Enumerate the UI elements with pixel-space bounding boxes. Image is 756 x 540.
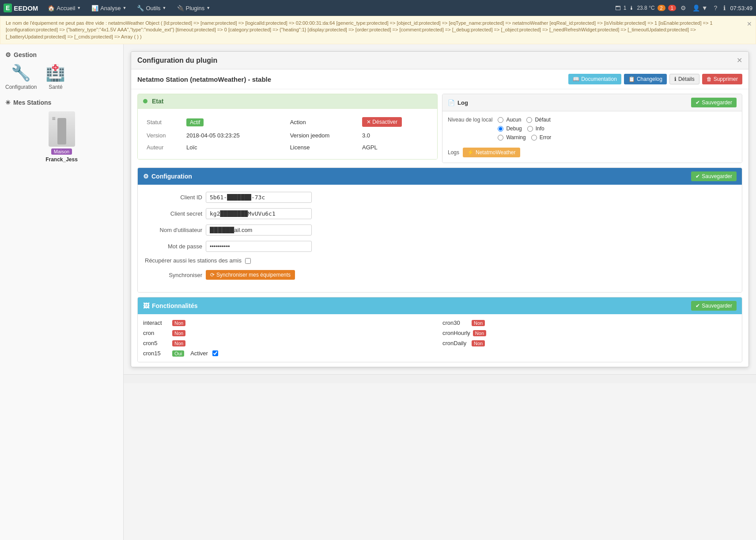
outils-icon: 🔧 — [137, 5, 144, 11]
analyse-icon: 📊 — [91, 5, 98, 11]
trash-icon: 🗑 — [707, 76, 712, 82]
client-id-input[interactable] — [206, 192, 312, 203]
nav-plugins[interactable]: 🔌 Plugins ▼ — [173, 3, 215, 13]
etat-body: Statut Actif Action ✕ Désactiver Version… — [138, 109, 437, 159]
radio-info[interactable]: Info — [527, 125, 544, 132]
version-jeedom-label: Version jeedom — [287, 130, 359, 141]
fonc-save-button[interactable]: ✔ Sauvegarder — [691, 301, 737, 311]
cron-badge: Non — [172, 330, 185, 336]
niveau-label: Niveau de log local — [448, 117, 492, 123]
config-title: Configuration — [151, 173, 192, 180]
sidebar-item-sante[interactable]: 🏥 Santé — [45, 64, 65, 90]
radio-warning[interactable]: Warning — [498, 134, 525, 141]
user-icon[interactable]: 👤 ▼ — [691, 4, 710, 12]
plugin-subtitle-text: Netatmo Station (netatmoWeather) - stabl… — [137, 76, 271, 83]
gestion-title: ⚙ Gestion — [5, 51, 118, 58]
badge-red[interactable]: 1 — [668, 5, 676, 11]
sync-btn-label: Synchroniser mes équipements — [216, 272, 291, 278]
health-icon: 🏥 — [45, 64, 65, 82]
version-label: Version — [144, 130, 183, 141]
username-input[interactable] — [206, 224, 312, 236]
cron-label: cron — [143, 330, 170, 336]
chevron-down-icon: ▼ — [122, 6, 126, 10]
plugin-panel-actions: 📖 Documentation 📋 Changelog ℹ Détails 🗑 … — [568, 74, 742, 84]
activer-checkbox[interactable] — [212, 350, 218, 356]
station-item[interactable]: Maison Franck_Jess — [5, 111, 118, 163]
configuration-card: ⚙ Configuration ✔ Sauvegarder Client ID — [137, 167, 742, 293]
list-icon: 📋 — [628, 76, 635, 82]
username-label: Nom d'utilisateur — [145, 227, 202, 233]
netatmoweather-log-button[interactable]: ⚡ NetatmoWeather — [463, 148, 520, 157]
config-icon: ⚙ — [143, 173, 149, 180]
home-icon: 🏠 — [48, 5, 55, 11]
sun-icon: ✳ — [5, 99, 11, 106]
details-button[interactable]: ℹ Détails — [669, 74, 699, 84]
client-secret-input[interactable] — [206, 208, 312, 219]
fonc-row-cron: cron Non — [143, 330, 437, 336]
etat-card: Etat Statut Actif Action ✕ Désactiver — [137, 94, 438, 160]
desactiver-button[interactable]: ✕ Désactiver — [362, 117, 402, 127]
chevron-down-icon: ▼ — [206, 6, 210, 10]
changelog-button[interactable]: 📋 Changelog — [624, 74, 667, 84]
supprimer-button[interactable]: 🗑 Supprimer — [702, 74, 742, 84]
configuration-label: Configuration — [5, 84, 37, 90]
brand-logo[interactable]: E EEDOM — [4, 4, 38, 12]
gear-icon[interactable]: ⚙ — [679, 4, 688, 12]
brand-name: EEDOM — [14, 4, 38, 12]
nav-accueil[interactable]: 🏠 Accueil ▼ — [43, 3, 85, 13]
badge-orange[interactable]: 2 — [658, 5, 665, 11]
cron15-label: cron15 — [143, 350, 170, 357]
log-icon: 📄 — [448, 99, 455, 106]
log-save-button[interactable]: ✔ Sauvegarder — [691, 98, 737, 107]
wrench-icon: 🔧 — [11, 64, 31, 82]
crondaily-label: cronDaily — [442, 340, 469, 346]
alert-text: Le nom de l'équipement ne peut pas être … — [6, 20, 713, 39]
panel-close-button[interactable]: ✕ — [737, 56, 742, 65]
password-input[interactable] — [206, 241, 312, 252]
sidebar-item-configuration[interactable]: 🔧 Configuration — [5, 64, 37, 90]
alert-close-button[interactable]: ✕ — [747, 20, 752, 29]
fonc-row-empty — [442, 350, 737, 357]
temperature-icon: 🌡 — [629, 5, 634, 11]
sync-button[interactable]: ⟳ Synchroniser mes équipements — [206, 270, 295, 280]
license-label: License — [287, 142, 359, 153]
etat-section: Etat Statut Actif Action ✕ Désactiver — [137, 94, 438, 163]
radio-row-3: Warning Error — [498, 134, 551, 141]
gestion-items: 🔧 Configuration 🏥 Santé — [5, 64, 118, 90]
nav-analyse[interactable]: 📊 Analyse ▼ — [87, 3, 131, 13]
info-icon[interactable]: ℹ — [722, 4, 727, 12]
recover-checkbox[interactable] — [245, 258, 251, 264]
fonc-row-interact: interact Non — [143, 319, 437, 326]
password-row: Mot de passe — [145, 241, 735, 252]
table-row: Version 2018-04-05 03:23:25 Version jeed… — [144, 130, 431, 141]
radio-defaut[interactable]: Défaut — [526, 117, 550, 123]
fonc-row-crondaily: cronDaily Non — [442, 340, 737, 346]
log-body: Niveau de log local Aucun — [442, 111, 742, 163]
radio-debug[interactable]: Debug — [498, 125, 522, 132]
fonc-title: Fonctionnalités — [152, 302, 197, 309]
log-card: 📄 Log ✔ Sauvegarder Niveau de log local — [442, 94, 742, 163]
auteur-label: Auteur — [144, 142, 183, 153]
interact-label: interact — [143, 319, 170, 326]
recover-label: Récupérer aussi les stations des amis — [145, 257, 242, 265]
radio-aucun[interactable]: Aucun — [498, 117, 521, 123]
recover-row: Récupérer aussi les stations des amis — [145, 257, 735, 265]
help-icon[interactable]: ? — [712, 4, 719, 12]
documentation-button[interactable]: 📖 Documentation — [568, 74, 621, 84]
activer-label: Activer — [190, 350, 208, 357]
fonc-row-cron30: cron30 Non — [442, 319, 737, 326]
log-section: 📄 Log ✔ Sauvegarder Niveau de log local — [442, 94, 742, 163]
client-secret-label: Client secret — [145, 210, 202, 217]
configuration-header: ⚙ Configuration ✔ Sauvegarder — [138, 168, 742, 185]
check-icon: ✔ — [696, 303, 700, 309]
station-image — [49, 111, 75, 147]
clock: 07:53:49 — [730, 5, 752, 11]
config-save-button[interactable]: ✔ Sauvegarder — [691, 171, 737, 181]
nav-outils-label: Outils — [146, 5, 160, 11]
nav-outils[interactable]: 🔧 Outils ▼ — [132, 3, 170, 13]
nav-analyse-label: Analyse — [100, 5, 121, 11]
check-icon: ✔ — [696, 173, 700, 179]
cron30-badge: Non — [472, 320, 485, 326]
radio-error[interactable]: Error — [531, 134, 552, 141]
log-options: Niveau de log local Aucun — [448, 117, 737, 143]
